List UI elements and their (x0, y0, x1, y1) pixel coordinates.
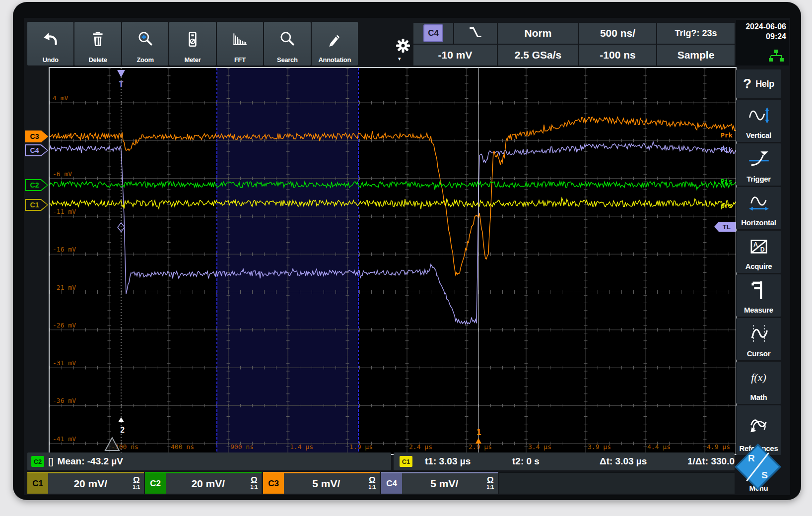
waveform-display[interactable]: 4 mV-1 mV-6 mV-11 mV-16 mV-21 mV-26 mV-3… (49, 67, 737, 455)
fft-button[interactable]: FFT (217, 22, 263, 65)
x-axis-label: 4.4 µs (647, 443, 671, 451)
channel-badge-C2: C2 (145, 473, 166, 494)
y-axis-label: -21 mV (53, 284, 76, 291)
oscilloscope-screen: UndoDeleteZoomMeterFFTSearchAnnotation ▾… (0, 0, 812, 516)
toolbar-button-label: Delete (89, 56, 107, 64)
impedance-icon: Ω (133, 475, 140, 485)
probe-ratio: 1:1 (251, 484, 258, 491)
acquire-icon: AD (748, 231, 770, 262)
trigger-settings-grid: C4 Norm 500 ns/ Trig?: 23s -10 mV 2.5 GS… (413, 23, 735, 65)
sidebar-item-measure[interactable]: Measure (736, 274, 781, 317)
undo-icon (42, 22, 59, 56)
cursor-icon (748, 318, 770, 349)
sidebar-item-label: Trigger (746, 175, 771, 183)
meter-icon (184, 22, 201, 56)
trigger-position-marker[interactable] (117, 70, 125, 77)
chevron-down-icon[interactable]: ▾ (398, 56, 401, 62)
trigger-source-badge[interactable]: C4 (423, 24, 443, 42)
cursor-t1-value: t1: 3.03 µs (425, 456, 471, 467)
waveform-position-marker-C4[interactable]: C4 (25, 144, 48, 156)
svg-text:A: A (753, 241, 758, 248)
delete-button[interactable]: Delete (74, 22, 121, 65)
trigger-source-cell[interactable]: C4 (413, 23, 453, 44)
probe-ratio: 1:1 (369, 484, 376, 491)
measurement-result-bar[interactable]: C2 [] Mean: -43.2 µV (27, 452, 391, 470)
sidebar-item-horizontal[interactable]: Horizontal (736, 187, 781, 229)
acquisition-mode-cell[interactable]: Sample (657, 45, 735, 65)
impedance-icon: Ω (487, 475, 494, 485)
y-axis-label: -6 mV (53, 170, 72, 178)
sidebar-item-label: Math (750, 393, 767, 401)
cursor-dt-value: Δt: 3.03 µs (600, 456, 647, 467)
channel-coupling-C3: Ω1:1 (369, 477, 376, 491)
impedance-icon: Ω (251, 475, 258, 485)
trace-C1[interactable] (50, 198, 736, 209)
channel-settings-C1[interactable]: C120 mV/Ω1:1 (27, 472, 144, 494)
svg-text:D: D (760, 246, 764, 253)
trigger-mode-cell[interactable]: Norm (498, 23, 578, 44)
channel-badge-C1: C1 (27, 473, 48, 494)
channel-coupling-C2: Ω1:1 (251, 477, 258, 491)
toolbar: UndoDeleteZoomMeterFFTSearchAnnotation (27, 22, 358, 65)
cursor1-marker[interactable] (475, 438, 481, 444)
math-fx-icon: f(x) (751, 362, 766, 393)
datetime-display: 2024-06-06 09:24 (736, 20, 789, 65)
undo-button[interactable]: Undo (27, 22, 73, 65)
sidebar-item-label: Help (755, 79, 774, 89)
waveform-position-marker-C1[interactable]: C1 (25, 199, 48, 211)
zoom-icon (137, 22, 154, 56)
trigger-slope-cell[interactable] (454, 23, 497, 44)
sidebar-item-help[interactable]: ?Help (736, 69, 781, 98)
trigger-level-cell[interactable]: -10 mV (413, 45, 497, 65)
horizontal-position-cell[interactable]: -100 ns (579, 45, 656, 65)
zoom-button[interactable]: Zoom (122, 22, 168, 65)
channel-settings-C3[interactable]: C35 mV/Ω1:1 (263, 472, 380, 494)
x-axis-label: 4.9 µs (707, 443, 730, 451)
cursor-inv-dt-value: 1/Δt: 330.0.. (687, 456, 735, 467)
waveform-position-marker-C2[interactable]: C2 (25, 179, 48, 191)
gear-icon[interactable] (395, 38, 411, 54)
sidebar-item-cursor[interactable]: Cursor (736, 318, 781, 360)
waveform-position-marker-C3[interactable]: C3 (25, 130, 48, 142)
meter-button[interactable]: Meter (169, 22, 215, 65)
measure-icon (748, 274, 770, 306)
sidebar-item-trigger[interactable]: Trigger (736, 143, 781, 186)
channel-scale-C2: 20 mV/ (166, 478, 251, 490)
sidebar-item-math[interactable]: f(x)Math (736, 362, 781, 404)
trigger-status-cell[interactable]: Trig?: 23s (657, 23, 735, 44)
search-button[interactable]: Search (264, 22, 310, 65)
cursor-readout-bar[interactable]: C1 t1: 3.03 µs t2: 0 s Δt: 3.03 µs 1/Δt:… (394, 452, 735, 470)
timebase-cell[interactable]: 500 ns/ (579, 23, 656, 44)
sidebar-item-vertical[interactable]: Vertical (736, 100, 781, 142)
probe-ratio: 1:1 (487, 484, 494, 491)
trigger-level-label: TL (723, 223, 731, 231)
annotation-icon (326, 22, 343, 56)
channel-badge-C3: C3 (263, 473, 284, 494)
trace-edge-label: Prk (721, 131, 733, 139)
channel-badge-C4: C4 (381, 473, 402, 494)
y-axis-label: 4 mV (53, 94, 68, 102)
channel-scale-C4: 5 mV/ (402, 478, 487, 490)
trace-C4[interactable] (50, 142, 736, 324)
trigger-reference-diamond[interactable] (118, 223, 125, 232)
channel-settings-C4[interactable]: C45 mV/Ω1:1 (381, 472, 498, 494)
lan-network-icon (767, 49, 785, 63)
y-axis-label: -31 mV (53, 359, 76, 367)
waveform-canvas[interactable]: 4 mV-1 mV-6 mV-11 mV-16 mV-21 mV-26 mV-3… (50, 68, 736, 454)
x-axis-label: 3.4 µs (528, 443, 551, 451)
x-axis-label: 400 ns (171, 443, 194, 451)
y-axis-label: -26 mV (53, 322, 76, 329)
x-axis-label: 2.9 µs (469, 443, 492, 451)
trace-C2[interactable] (50, 182, 736, 190)
sample-rate-cell[interactable]: 2.5 GSa/s (498, 45, 578, 65)
channel-settings-C2[interactable]: C220 mV/Ω1:1 (145, 472, 262, 494)
annotation-button[interactable]: Annotation (312, 22, 358, 65)
cursor2-marker[interactable] (118, 417, 124, 422)
toolbar-button-label: Annotation (318, 56, 351, 64)
sidebar-item-acquire[interactable]: ADAcquire (736, 231, 781, 273)
fft-icon (231, 22, 248, 56)
toolbar-button-label: Undo (43, 56, 59, 64)
references-icon (748, 405, 770, 444)
sidebar-item-label: Vertical (746, 131, 771, 139)
date-label: 2024-06-06 (736, 22, 786, 32)
